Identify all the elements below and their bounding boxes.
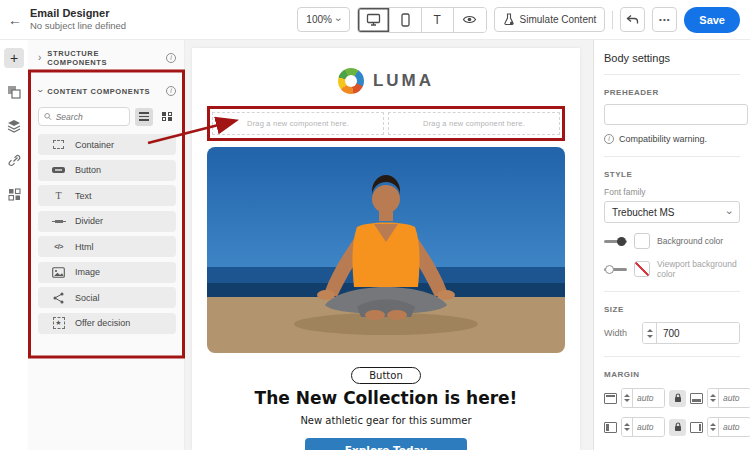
text-view-button[interactable]: T (422, 8, 454, 32)
component-search (38, 107, 130, 126)
brand-name: LUMA (373, 71, 434, 91)
content-components-header[interactable]: › CONTENT COMPONENTS i (28, 74, 184, 103)
viewport-background-swatch[interactable] (634, 261, 650, 277)
preview-button[interactable] (454, 8, 486, 32)
desktop-icon (366, 13, 381, 26)
viewport-background-label: Viewport background color (657, 259, 740, 279)
info-icon[interactable]: i (166, 86, 176, 96)
left-icon-rail: + (0, 40, 28, 450)
info-icon[interactable]: i (166, 53, 176, 63)
background-color-toggle[interactable] (604, 235, 627, 247)
width-input[interactable] (657, 323, 739, 343)
background-color-swatch[interactable] (634, 233, 650, 249)
margin-left-input[interactable] (633, 418, 664, 436)
text-icon: T (433, 13, 440, 27)
simulate-icon (503, 13, 515, 26)
inspector-title: Body settings (604, 40, 740, 75)
margin-vertical-lock-button[interactable] (669, 390, 686, 407)
add-components-rail-button[interactable]: + (4, 48, 24, 68)
font-family-value: Trebuchet MS (612, 207, 728, 218)
component-html[interactable]: </> Html (38, 236, 176, 257)
html-icon: </> (51, 243, 66, 250)
preheader-input[interactable] (604, 104, 748, 125)
explore-today-button[interactable]: Explore Today (305, 438, 467, 450)
subject-line-status: No subject line defined (30, 20, 126, 32)
structure-components-label: STRUCTURE COMPONENTS (47, 49, 160, 67)
back-button[interactable]: ← (0, 12, 30, 28)
chevron-down-icon: › (333, 18, 344, 22)
component-button[interactable]: Button (38, 160, 176, 181)
margin-right-icon (690, 422, 703, 433)
email-canvas[interactable]: LUMA Drag a new component here. Drag a n… (192, 48, 580, 450)
content-components-label: CONTENT COMPONENTS (47, 87, 160, 96)
undo-button[interactable] (620, 7, 645, 32)
margin-bottom-stepper[interactable] (708, 389, 719, 407)
component-divider[interactable]: Divider (38, 211, 176, 232)
viewport-background-toggle[interactable] (604, 263, 627, 275)
list-view-toggle[interactable] (135, 108, 153, 126)
chevron-down-icon: › (725, 210, 736, 214)
toolbar-divider (612, 11, 613, 29)
text-icon: T (51, 190, 66, 201)
structure-components-header[interactable]: › STRUCTURE COMPONENTS i (28, 40, 184, 74)
dropzone-left[interactable]: Drag a new component here. (212, 112, 384, 135)
margin-top-input[interactable] (633, 389, 664, 407)
email-logo-block[interactable]: LUMA (207, 62, 565, 100)
more-options-button[interactable]: ••• (652, 7, 677, 32)
dropzone-row: Drag a new component here. Drag a new co… (207, 106, 565, 141)
margin-left-stepper[interactable] (622, 418, 633, 436)
hero-image[interactable] (207, 147, 565, 353)
mobile-view-button[interactable] (390, 8, 422, 32)
button-icon (51, 167, 66, 173)
component-container[interactable]: Container (38, 134, 176, 155)
title-block: Email Designer No subject line defined (30, 7, 126, 33)
margin-left-field (621, 417, 665, 437)
margin-bottom-icon (690, 393, 703, 404)
margin-right-stepper[interactable] (708, 418, 719, 436)
layers-icon (7, 119, 21, 133)
grid-view-toggle[interactable] (158, 108, 176, 126)
margin-bottom-input[interactable] (719, 389, 750, 407)
compatibility-warning: i Compatibility warning. (604, 134, 740, 144)
component-list: Container Button T Text Divider </> Html (28, 134, 184, 334)
background-color-label: Background color (657, 236, 723, 246)
links-rail-button[interactable] (4, 150, 24, 170)
email-heading[interactable]: The New Collection is here! (207, 388, 565, 408)
size-section-label: SIZE (604, 305, 740, 314)
zoom-dropdown[interactable]: 100% › (297, 7, 349, 32)
save-button[interactable]: Save (684, 7, 740, 33)
component-offer-decision[interactable]: ★ Offer decision (38, 313, 176, 334)
luma-logo-icon (338, 68, 364, 94)
component-social[interactable]: Social (38, 287, 176, 308)
page-title: Email Designer (30, 7, 126, 21)
margin-horizontal-lock-button[interactable] (669, 419, 686, 436)
view-mode-segmented-control: T (357, 7, 487, 33)
layers-rail-button[interactable] (4, 116, 24, 136)
mobile-icon (401, 13, 410, 27)
width-stepper[interactable] (643, 323, 657, 343)
margin-right-field (707, 417, 750, 437)
desktop-view-button[interactable] (358, 8, 390, 32)
font-family-select[interactable]: Trebuchet MS › (604, 201, 740, 223)
margin-section-label: MARGIN (604, 370, 740, 379)
email-subheading[interactable]: New athletic gear for this summer (207, 415, 565, 426)
more-icon: ••• (659, 15, 670, 24)
preheader-label: PREHEADER (604, 88, 740, 97)
font-family-label: Font family (604, 187, 740, 197)
margin-right-input[interactable] (719, 418, 750, 436)
dropzone-right[interactable]: Drag a new component here. (388, 112, 560, 135)
search-input[interactable] (56, 112, 124, 122)
social-icon (51, 292, 66, 304)
component-text[interactable]: T Text (38, 185, 176, 206)
chevron-right-icon: › (38, 53, 41, 63)
margin-top-stepper[interactable] (622, 389, 633, 407)
simulate-content-button[interactable]: Simulate Content (494, 7, 606, 32)
component-image[interactable]: Image (38, 262, 176, 283)
email-pill-button[interactable]: Button (351, 367, 421, 384)
container-icon (51, 140, 66, 149)
assets-rail-button[interactable] (4, 184, 24, 204)
workspace: LUMA Drag a new component here. Drag a n… (185, 40, 593, 450)
fragments-rail-button[interactable] (4, 82, 24, 102)
undo-icon (626, 14, 639, 26)
margin-bottom-field (707, 388, 750, 408)
